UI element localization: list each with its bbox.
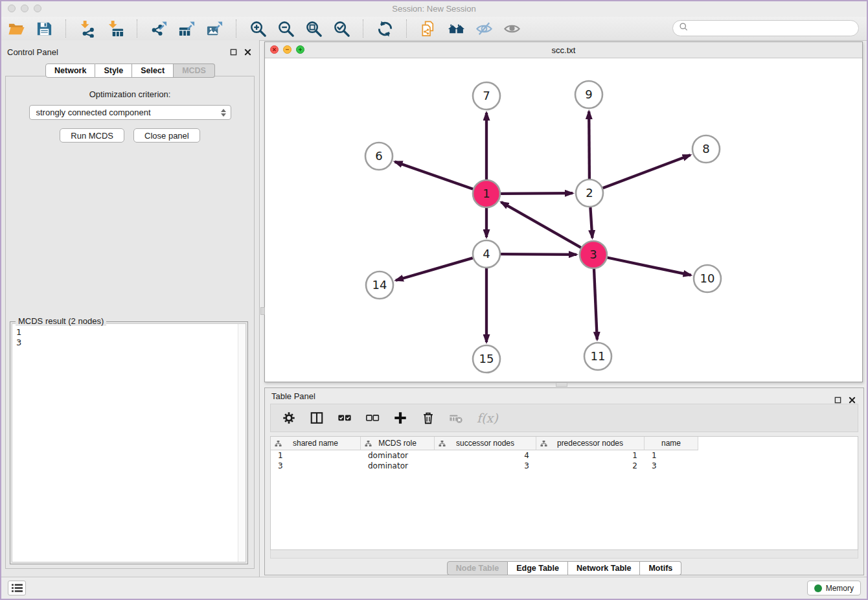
column-header-successor-nodes[interactable]: successor nodes — [435, 437, 536, 450]
network-window-titlebar[interactable]: scc.txt — [265, 42, 862, 58]
criterion-select[interactable]: strongly connected component — [29, 105, 231, 120]
graph-edge-4-14[interactable] — [396, 258, 473, 281]
mcds-result-list[interactable]: 1 3 — [12, 323, 246, 562]
close-table-panel-icon[interactable] — [847, 395, 857, 405]
delete-column-icon[interactable] — [420, 410, 437, 426]
graph-node-1[interactable]: 1 — [473, 180, 500, 207]
import-table-icon[interactable] — [106, 19, 125, 38]
import-network-icon[interactable] — [78, 19, 97, 38]
tab-node-table[interactable]: Node Table — [447, 561, 508, 575]
close-panel-icon[interactable] — [243, 47, 253, 57]
float-table-panel-icon[interactable] — [833, 395, 843, 405]
graph-node-14[interactable]: 14 — [366, 271, 393, 299]
tab-style[interactable]: Style — [95, 63, 132, 78]
column-header-predecessor-nodes[interactable]: predecessor nodes — [536, 437, 645, 450]
maximize-window-icon[interactable] — [34, 5, 41, 12]
vertical-splitter-handle[interactable] — [260, 307, 265, 315]
graph-edge-1-2[interactable] — [501, 193, 573, 194]
svg-text:8: 8 — [702, 142, 709, 156]
horizontal-splitter-handle[interactable] — [556, 382, 567, 387]
table-body: 1dominator4113dominator323 — [271, 450, 858, 471]
table-scroll-strip[interactable] — [270, 550, 858, 559]
tab-motifs[interactable]: Motifs — [640, 561, 681, 575]
open-session-icon[interactable] — [6, 19, 26, 38]
svg-text:3: 3 — [589, 248, 597, 261]
tab-network-table[interactable]: Network Table — [568, 561, 641, 575]
node-table: shared nameMCDS rolesuccessor nodesprede… — [270, 436, 858, 550]
graph-edge-2-8[interactable] — [603, 155, 691, 188]
graph-edge-3-1[interactable] — [501, 202, 581, 248]
graph-edge-1-6[interactable] — [395, 162, 474, 189]
search-icon — [679, 22, 689, 34]
graph-node-8[interactable]: 8 — [692, 135, 720, 163]
zoom-selected-icon[interactable] — [332, 19, 351, 38]
tab-select[interactable]: Select — [132, 63, 174, 78]
refresh-icon[interactable] — [375, 19, 394, 38]
memory-label: Memory — [826, 584, 854, 593]
cell-successor-nodes: 4 — [435, 450, 536, 461]
deselect-all-icon[interactable] — [364, 410, 381, 426]
mcds-result-text: 1 3 — [16, 327, 242, 348]
svg-text:6: 6 — [375, 149, 382, 163]
table-panel-header: Table Panel — [265, 388, 863, 404]
result-scrollbar[interactable] — [238, 324, 246, 562]
minimize-view-icon[interactable] — [283, 45, 291, 54]
column-header-mcds-role[interactable]: MCDS role — [361, 437, 435, 450]
clone-network-icon[interactable] — [418, 19, 438, 38]
float-panel-icon[interactable] — [229, 47, 238, 57]
tab-mcds[interactable]: MCDS — [174, 63, 215, 78]
close-view-icon[interactable] — [270, 45, 279, 54]
table-row[interactable]: 1dominator411 — [271, 450, 858, 461]
network-canvas[interactable]: 7968124314101511 — [265, 58, 862, 382]
tab-network[interactable]: Network — [45, 63, 95, 78]
hide-selected-icon[interactable] — [474, 19, 494, 38]
graph-edge-4-3[interactable] — [501, 254, 577, 255]
tab-edge-table[interactable]: Edge Table — [508, 561, 568, 575]
graph-node-7[interactable]: 7 — [473, 82, 500, 110]
zoom-out-icon[interactable] — [276, 19, 295, 38]
table-toolbar: f(x) — [270, 404, 858, 432]
function-builder-icon: f(x) — [477, 411, 498, 425]
cell-shared-name: 1 — [271, 450, 361, 461]
graph-node-4[interactable]: 4 — [473, 240, 500, 268]
save-session-icon[interactable] — [34, 19, 54, 38]
search-input[interactable] — [692, 23, 852, 34]
table-row[interactable]: 3dominator323 — [271, 461, 858, 471]
memory-status-dot — [814, 584, 822, 592]
cell-successor-nodes: 3 — [435, 461, 536, 471]
graph-node-9[interactable]: 9 — [575, 81, 602, 108]
minimize-window-icon[interactable] — [21, 5, 29, 12]
task-history-button[interactable] — [8, 581, 26, 595]
graph-node-6[interactable]: 6 — [365, 143, 393, 170]
export-table-icon[interactable] — [177, 19, 196, 38]
close-panel-button[interactable]: Close panel — [133, 128, 200, 143]
graph-node-3[interactable]: 3 — [580, 241, 607, 268]
graph-edge-3-11[interactable] — [594, 269, 597, 340]
graph-edge-2-9[interactable] — [589, 111, 589, 179]
graph-node-10[interactable]: 10 — [694, 265, 721, 292]
graph-edge-2-3[interactable] — [590, 207, 592, 238]
memory-button[interactable]: Memory — [807, 581, 861, 595]
search-field[interactable] — [672, 20, 859, 36]
export-image-icon[interactable] — [205, 19, 224, 38]
run-mcds-button[interactable]: Run MCDS — [60, 128, 124, 143]
add-column-icon[interactable] — [392, 410, 409, 426]
first-neighbors-icon[interactable] — [446, 19, 466, 38]
graph-node-11[interactable]: 11 — [584, 343, 611, 370]
close-window-icon[interactable] — [8, 5, 16, 12]
toolbar-separator — [406, 19, 407, 38]
zoom-fit-icon[interactable] — [304, 19, 323, 38]
zoom-view-icon[interactable] — [296, 45, 304, 54]
select-all-icon[interactable] — [336, 410, 353, 426]
zoom-in-icon[interactable] — [248, 19, 268, 38]
export-network-icon[interactable] — [149, 19, 168, 38]
split-panel-icon[interactable] — [308, 410, 325, 426]
show-all-icon[interactable] — [502, 19, 521, 38]
column-header-shared-name[interactable]: shared name — [271, 437, 361, 450]
graph-node-2[interactable]: 2 — [576, 179, 603, 207]
settings-gear-icon[interactable] — [280, 410, 297, 426]
column-header-name[interactable]: name — [645, 437, 698, 450]
mcds-panel: Optimization criterion: strongly connect… — [5, 76, 255, 569]
graph-node-15[interactable]: 15 — [473, 345, 500, 373]
graph-edge-3-10[interactable] — [608, 258, 691, 275]
